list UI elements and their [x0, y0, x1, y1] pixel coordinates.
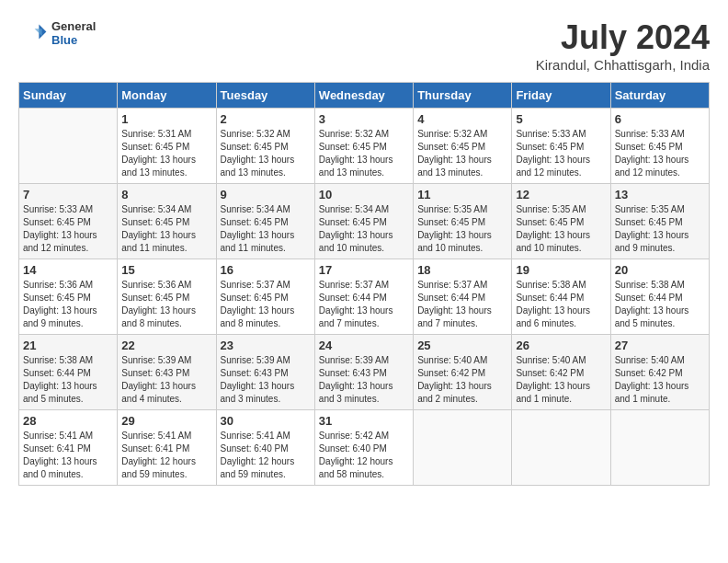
day-cell: 30Sunrise: 5:41 AM Sunset: 6:40 PM Dayli… [216, 410, 314, 486]
month-title: July 2024 [536, 18, 710, 57]
day-cell: 19Sunrise: 5:38 AM Sunset: 6:44 PM Dayli… [512, 259, 610, 335]
title-block: July 2024 Kirandul, Chhattisgarh, India [536, 18, 710, 73]
day-cell [512, 410, 610, 486]
day-cell: 11Sunrise: 5:35 AM Sunset: 6:45 PM Dayli… [414, 184, 512, 259]
day-info: Sunrise: 5:35 AM Sunset: 6:45 PM Dayligh… [516, 203, 606, 255]
day-cell: 9Sunrise: 5:34 AM Sunset: 6:45 PM Daylig… [216, 184, 314, 259]
day-info: Sunrise: 5:36 AM Sunset: 6:45 PM Dayligh… [121, 279, 211, 330]
day-number: 12 [516, 188, 606, 201]
day-cell: 1Sunrise: 5:31 AM Sunset: 6:45 PM Daylig… [118, 109, 216, 184]
day-number: 8 [121, 188, 211, 201]
day-number: 21 [23, 339, 113, 352]
day-number: 31 [319, 414, 409, 428]
day-cell: 25Sunrise: 5:40 AM Sunset: 6:42 PM Dayli… [414, 335, 512, 410]
day-info: Sunrise: 5:35 AM Sunset: 6:45 PM Dayligh… [615, 203, 705, 255]
week-row-3: 14Sunrise: 5:36 AM Sunset: 6:45 PM Dayli… [19, 259, 710, 335]
day-number: 22 [121, 339, 211, 352]
week-row-4: 21Sunrise: 5:38 AM Sunset: 6:44 PM Dayli… [19, 335, 710, 410]
day-cell: 8Sunrise: 5:34 AM Sunset: 6:45 PM Daylig… [118, 184, 216, 259]
day-cell: 16Sunrise: 5:37 AM Sunset: 6:45 PM Dayli… [216, 259, 314, 335]
day-info: Sunrise: 5:39 AM Sunset: 6:43 PM Dayligh… [319, 354, 409, 406]
day-number: 19 [516, 263, 606, 277]
day-cell: 4Sunrise: 5:32 AM Sunset: 6:45 PM Daylig… [414, 109, 512, 184]
day-number: 30 [221, 414, 311, 428]
day-cell: 5Sunrise: 5:33 AM Sunset: 6:45 PM Daylig… [512, 109, 610, 184]
day-info: Sunrise: 5:32 AM Sunset: 6:45 PM Dayligh… [319, 128, 409, 179]
day-cell: 26Sunrise: 5:40 AM Sunset: 6:42 PM Dayli… [512, 335, 610, 410]
day-info: Sunrise: 5:40 AM Sunset: 6:42 PM Dayligh… [417, 354, 507, 406]
day-number: 25 [417, 339, 507, 352]
day-info: Sunrise: 5:33 AM Sunset: 6:45 PM Dayligh… [615, 128, 705, 179]
day-cell: 2Sunrise: 5:32 AM Sunset: 6:45 PM Daylig… [216, 109, 314, 184]
day-number: 4 [417, 112, 507, 126]
day-cell: 29Sunrise: 5:41 AM Sunset: 6:41 PM Dayli… [118, 410, 216, 486]
header-cell-monday: Monday [118, 83, 216, 109]
day-info: Sunrise: 5:38 AM Sunset: 6:44 PM Dayligh… [615, 279, 705, 330]
day-number: 3 [319, 112, 409, 126]
day-info: Sunrise: 5:33 AM Sunset: 6:45 PM Dayligh… [516, 128, 606, 179]
day-number: 16 [221, 263, 311, 277]
calendar-table: SundayMondayTuesdayWednesdayThursdayFrid… [18, 82, 710, 486]
day-number: 27 [615, 339, 705, 352]
day-info: Sunrise: 5:41 AM Sunset: 6:41 PM Dayligh… [23, 430, 113, 481]
logo-icon [18, 18, 48, 48]
day-cell: 27Sunrise: 5:40 AM Sunset: 6:42 PM Dayli… [610, 335, 709, 410]
day-cell: 14Sunrise: 5:36 AM Sunset: 6:45 PM Dayli… [19, 259, 118, 335]
logo-text: General Blue [51, 19, 96, 47]
header-cell-friday: Friday [512, 83, 610, 109]
day-info: Sunrise: 5:42 AM Sunset: 6:40 PM Dayligh… [319, 430, 409, 481]
logo-blue-text: Blue [51, 33, 96, 47]
page-header: General Blue July 2024 Kirandul, Chhatti… [18, 18, 710, 73]
header-row: SundayMondayTuesdayWednesdayThursdayFrid… [19, 83, 710, 109]
day-cell [414, 410, 512, 486]
day-cell: 18Sunrise: 5:37 AM Sunset: 6:44 PM Dayli… [414, 259, 512, 335]
day-info: Sunrise: 5:39 AM Sunset: 6:43 PM Dayligh… [221, 354, 311, 406]
header-cell-saturday: Saturday [610, 83, 709, 109]
day-info: Sunrise: 5:38 AM Sunset: 6:44 PM Dayligh… [516, 279, 606, 330]
day-cell: 12Sunrise: 5:35 AM Sunset: 6:45 PM Dayli… [512, 184, 610, 259]
logo-general: General [51, 19, 96, 33]
week-row-5: 28Sunrise: 5:41 AM Sunset: 6:41 PM Dayli… [19, 410, 710, 486]
day-info: Sunrise: 5:39 AM Sunset: 6:43 PM Dayligh… [121, 354, 211, 406]
day-info: Sunrise: 5:40 AM Sunset: 6:42 PM Dayligh… [615, 354, 705, 406]
day-number: 9 [221, 188, 311, 201]
day-number: 14 [23, 263, 113, 277]
day-cell [19, 109, 118, 184]
day-number: 1 [121, 112, 211, 126]
header-cell-sunday: Sunday [19, 83, 118, 109]
day-cell: 7Sunrise: 5:33 AM Sunset: 6:45 PM Daylig… [19, 184, 118, 259]
day-number: 29 [121, 414, 211, 428]
day-info: Sunrise: 5:34 AM Sunset: 6:45 PM Dayligh… [221, 203, 311, 255]
day-info: Sunrise: 5:41 AM Sunset: 6:40 PM Dayligh… [221, 430, 311, 481]
day-info: Sunrise: 5:32 AM Sunset: 6:45 PM Dayligh… [417, 128, 507, 179]
day-number: 17 [319, 263, 409, 277]
day-number: 24 [319, 339, 409, 352]
day-number: 26 [516, 339, 606, 352]
day-info: Sunrise: 5:34 AM Sunset: 6:45 PM Dayligh… [319, 203, 409, 255]
day-info: Sunrise: 5:35 AM Sunset: 6:45 PM Dayligh… [417, 203, 507, 255]
day-info: Sunrise: 5:34 AM Sunset: 6:45 PM Dayligh… [121, 203, 211, 255]
header-cell-thursday: Thursday [414, 83, 512, 109]
day-number: 13 [615, 188, 705, 201]
day-cell: 28Sunrise: 5:41 AM Sunset: 6:41 PM Dayli… [19, 410, 118, 486]
day-cell: 10Sunrise: 5:34 AM Sunset: 6:45 PM Dayli… [314, 184, 413, 259]
day-number: 20 [615, 263, 705, 277]
day-cell: 22Sunrise: 5:39 AM Sunset: 6:43 PM Dayli… [118, 335, 216, 410]
day-cell: 31Sunrise: 5:42 AM Sunset: 6:40 PM Dayli… [314, 410, 413, 486]
day-info: Sunrise: 5:41 AM Sunset: 6:41 PM Dayligh… [121, 430, 211, 481]
header-cell-wednesday: Wednesday [314, 83, 413, 109]
day-cell: 20Sunrise: 5:38 AM Sunset: 6:44 PM Dayli… [610, 259, 709, 335]
day-info: Sunrise: 5:38 AM Sunset: 6:44 PM Dayligh… [23, 354, 113, 406]
day-info: Sunrise: 5:37 AM Sunset: 6:44 PM Dayligh… [319, 279, 409, 330]
day-number: 23 [221, 339, 311, 352]
day-info: Sunrise: 5:32 AM Sunset: 6:45 PM Dayligh… [221, 128, 311, 179]
day-number: 18 [417, 263, 507, 277]
day-cell: 6Sunrise: 5:33 AM Sunset: 6:45 PM Daylig… [610, 109, 709, 184]
day-number: 15 [121, 263, 211, 277]
day-info: Sunrise: 5:37 AM Sunset: 6:45 PM Dayligh… [221, 279, 311, 330]
day-cell: 13Sunrise: 5:35 AM Sunset: 6:45 PM Dayli… [610, 184, 709, 259]
day-number: 10 [319, 188, 409, 201]
day-number: 6 [615, 112, 705, 126]
week-row-2: 7Sunrise: 5:33 AM Sunset: 6:45 PM Daylig… [19, 184, 710, 259]
day-cell: 21Sunrise: 5:38 AM Sunset: 6:44 PM Dayli… [19, 335, 118, 410]
